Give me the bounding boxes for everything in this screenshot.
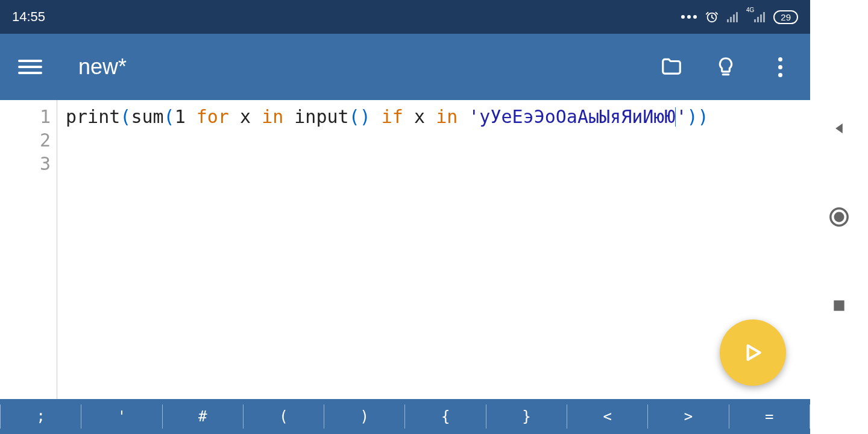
symbol-key[interactable]: ) bbox=[324, 399, 404, 434]
code-token: x bbox=[403, 106, 436, 127]
code-token: ' bbox=[676, 106, 687, 127]
code-token: if bbox=[382, 106, 403, 127]
code-token: x bbox=[229, 106, 262, 127]
battery-indicator: 29 bbox=[773, 10, 798, 24]
symbol-key-bar: ;'#(){}<>= bbox=[0, 399, 810, 434]
code-token: sum bbox=[131, 106, 163, 127]
app-bar-actions bbox=[659, 55, 792, 79]
code-token: ( bbox=[120, 106, 131, 127]
nav-back-button[interactable] bbox=[824, 113, 854, 143]
run-button[interactable] bbox=[720, 319, 786, 386]
system-nav-bar bbox=[810, 0, 868, 434]
svg-point-3 bbox=[834, 212, 844, 222]
status-indicators: 4G 29 bbox=[681, 10, 798, 24]
code-token bbox=[458, 106, 468, 127]
code-token: 'уУеЕэЭоОаАыЫяЯиИюЮ bbox=[468, 106, 675, 127]
main-area: 14:55 4G 29 bbox=[0, 0, 810, 434]
overflow-menu-button[interactable] bbox=[768, 55, 792, 79]
code-token: () bbox=[349, 106, 371, 127]
alarm-icon bbox=[705, 10, 719, 24]
code-editor[interactable]: 123 print(sum(1 for x in input() if x in… bbox=[0, 100, 810, 399]
symbol-key[interactable]: } bbox=[486, 399, 567, 434]
lightbulb-button[interactable] bbox=[714, 55, 738, 79]
more-dots-icon bbox=[681, 15, 697, 19]
symbol-key[interactable]: > bbox=[648, 399, 728, 434]
app-bar: new* bbox=[0, 34, 810, 100]
symbol-key[interactable]: # bbox=[163, 399, 243, 434]
symbol-key[interactable]: ; bbox=[1, 399, 81, 434]
nav-recent-button[interactable] bbox=[824, 291, 854, 321]
svg-rect-4 bbox=[834, 300, 844, 310]
code-token: in bbox=[436, 106, 458, 127]
symbol-key[interactable]: < bbox=[567, 399, 647, 434]
network-type: 4G bbox=[746, 7, 754, 13]
menu-button[interactable] bbox=[18, 55, 42, 79]
code-token: )) bbox=[687, 106, 709, 127]
symbol-key[interactable]: { bbox=[405, 399, 485, 434]
symbol-key[interactable]: ' bbox=[81, 399, 162, 434]
line-number: 2 bbox=[0, 128, 51, 152]
line-number: 3 bbox=[0, 152, 51, 175]
signal-icon bbox=[727, 11, 738, 22]
symbol-key[interactable]: = bbox=[729, 399, 810, 434]
code-token: input bbox=[283, 106, 348, 127]
status-time: 14:55 bbox=[12, 9, 45, 25]
code-token: print bbox=[66, 106, 120, 127]
code-token bbox=[371, 106, 382, 127]
symbol-key[interactable]: ( bbox=[244, 399, 324, 434]
code-token: for bbox=[197, 106, 229, 127]
key-separator bbox=[810, 404, 810, 429]
code-token: in bbox=[262, 106, 283, 127]
folder-button[interactable] bbox=[659, 55, 684, 79]
line-number-gutter: 123 bbox=[0, 100, 57, 399]
nav-home-button[interactable] bbox=[824, 202, 854, 232]
signal-icon-2 bbox=[754, 11, 765, 22]
code-token: ( bbox=[164, 106, 175, 127]
status-bar: 14:55 4G 29 bbox=[0, 0, 810, 34]
line-number: 1 bbox=[0, 105, 51, 128]
code-content[interactable]: print(sum(1 for x in input() if x in 'уУ… bbox=[57, 100, 810, 399]
file-title: new* bbox=[78, 54, 659, 80]
code-token: 1 bbox=[175, 106, 197, 127]
